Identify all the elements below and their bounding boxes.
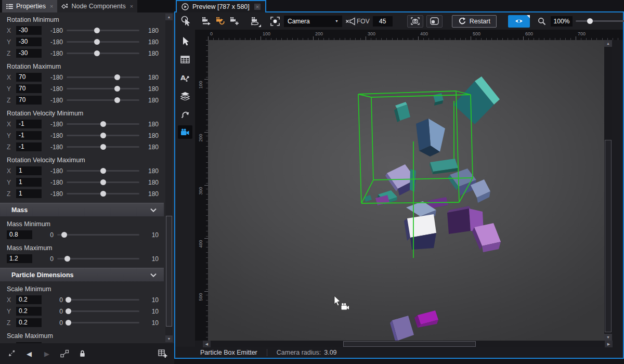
slider-track[interactable] bbox=[67, 170, 139, 172]
slider-thumb[interactable] bbox=[64, 256, 70, 262]
camera-tool-button[interactable] bbox=[178, 125, 192, 139]
value-input[interactable]: -30 bbox=[16, 49, 42, 58]
slider-thumb[interactable] bbox=[66, 308, 71, 314]
forward-button[interactable]: ▶ bbox=[42, 348, 52, 359]
scrollbar-thumb[interactable] bbox=[166, 216, 172, 327]
slider-thumb[interactable] bbox=[100, 121, 106, 127]
slider-track[interactable] bbox=[67, 30, 139, 31]
viewport-vertical-scrollbar[interactable]: ▲ ▼ bbox=[604, 40, 612, 341]
restart-button[interactable]: Restart bbox=[452, 15, 497, 28]
focus-camera-button[interactable] bbox=[268, 15, 282, 28]
value-input[interactable]: 0.2 bbox=[16, 318, 42, 327]
slider-track[interactable] bbox=[67, 322, 139, 323]
value-input[interactable]: 0.2 bbox=[16, 307, 42, 316]
slider-track[interactable] bbox=[67, 123, 139, 125]
slider-track[interactable] bbox=[67, 193, 139, 194]
value-input[interactable]: 70 bbox=[16, 84, 42, 93]
value-input[interactable]: 1.2 bbox=[7, 254, 32, 263]
camera-turntable-button[interactable] bbox=[248, 15, 262, 28]
lock-button[interactable] bbox=[77, 348, 87, 359]
visibility-button[interactable] bbox=[508, 15, 530, 28]
slider-track[interactable] bbox=[67, 135, 139, 136]
slider-thumb[interactable] bbox=[100, 191, 106, 197]
zoom-slider-thumb[interactable] bbox=[587, 18, 593, 24]
close-icon[interactable]: × bbox=[50, 3, 53, 9]
value-input[interactable]: -1 bbox=[16, 120, 42, 128]
fit-selection-button[interactable] bbox=[6, 348, 17, 359]
grid-tool-button[interactable] bbox=[178, 53, 192, 66]
slider-track[interactable] bbox=[67, 146, 139, 148]
fov-input[interactable]: 45 bbox=[373, 16, 393, 27]
slider-track[interactable] bbox=[67, 310, 139, 312]
render-overlay-button[interactable] bbox=[426, 15, 443, 28]
slider-track[interactable] bbox=[67, 41, 139, 43]
slider-track[interactable] bbox=[67, 53, 139, 54]
scroll-left-icon[interactable]: ◀ bbox=[203, 341, 211, 347]
value-input[interactable]: -30 bbox=[16, 26, 42, 35]
slider-track[interactable] bbox=[67, 76, 139, 78]
slider-thumb[interactable] bbox=[100, 168, 106, 174]
back-button[interactable]: ◀ bbox=[24, 348, 34, 359]
zoom-tool-button[interactable] bbox=[536, 15, 548, 28]
value-input[interactable]: 70 bbox=[16, 96, 42, 105]
path-tool-button[interactable] bbox=[178, 107, 192, 121]
slider-thumb[interactable] bbox=[114, 97, 120, 103]
close-icon[interactable]: × bbox=[254, 4, 261, 10]
slider-thumb[interactable] bbox=[100, 179, 106, 185]
scroll-down-icon[interactable]: ▼ bbox=[604, 334, 612, 341]
slider-thumb[interactable] bbox=[94, 39, 100, 45]
add-property-button[interactable] bbox=[158, 348, 168, 359]
camera-add-button[interactable] bbox=[227, 15, 241, 28]
slider-track[interactable] bbox=[57, 234, 139, 236]
screenshot-button[interactable] bbox=[407, 15, 423, 28]
value-input[interactable]: 0.8 bbox=[7, 230, 32, 239]
value-input[interactable]: 0.2 bbox=[16, 295, 42, 304]
slider-thumb[interactable] bbox=[114, 74, 120, 80]
viewport-horizontal-scrollbar[interactable]: ◀ ▶ bbox=[203, 341, 613, 347]
text-tool-button[interactable]: A bbox=[178, 71, 192, 84]
slider-thumb[interactable] bbox=[66, 297, 71, 303]
3d-viewport[interactable] bbox=[208, 40, 604, 341]
properties-scrollbar[interactable]: ▲ ▼ bbox=[165, 14, 173, 342]
value-input[interactable]: 1 bbox=[16, 166, 42, 175]
scroll-up-icon[interactable]: ▲ bbox=[165, 14, 173, 20]
slider-track[interactable] bbox=[67, 299, 139, 301]
slider-thumb[interactable] bbox=[94, 50, 100, 56]
section-header[interactable]: Mass bbox=[0, 203, 164, 217]
value-input[interactable]: -30 bbox=[16, 37, 42, 46]
value-input[interactable]: 1 bbox=[16, 178, 42, 187]
slider-thumb[interactable] bbox=[66, 320, 71, 326]
tab-preview[interactable]: Preview [787 x 580] × bbox=[176, 0, 266, 12]
slider-track[interactable] bbox=[67, 99, 139, 101]
camera-walk-button[interactable] bbox=[199, 15, 213, 28]
slider-thumb[interactable] bbox=[94, 28, 100, 33]
slider-track[interactable] bbox=[67, 88, 139, 89]
scroll-down-icon[interactable]: ▼ bbox=[165, 335, 173, 342]
audio-mute-button[interactable] bbox=[344, 15, 356, 28]
select-tool-button[interactable] bbox=[178, 34, 192, 48]
scrollbar-thumb[interactable] bbox=[605, 140, 612, 332]
zoom-slider[interactable] bbox=[576, 20, 624, 22]
tab-properties[interactable]: Properties × bbox=[2, 0, 57, 12]
camera-orbit-button[interactable] bbox=[213, 15, 227, 28]
value-input[interactable]: -1 bbox=[16, 131, 42, 140]
scroll-right-icon[interactable]: ▶ bbox=[605, 341, 613, 347]
tab-node-components[interactable]: Node Components × bbox=[57, 0, 137, 12]
value-input[interactable]: -1 bbox=[16, 142, 42, 151]
pick-tool-button[interactable] bbox=[179, 15, 193, 28]
camera-select[interactable]: Camera ▼ bbox=[284, 16, 342, 27]
slider-track[interactable] bbox=[57, 258, 139, 259]
slider-thumb[interactable] bbox=[100, 144, 106, 150]
value-input[interactable]: 70 bbox=[16, 73, 42, 82]
scroll-up-icon[interactable]: ▲ bbox=[604, 40, 612, 47]
section-header[interactable]: Particle Dimensions bbox=[0, 268, 164, 282]
slider-thumb[interactable] bbox=[114, 86, 120, 92]
zoom-value[interactable]: 100% bbox=[551, 16, 573, 27]
slider-thumb[interactable] bbox=[100, 133, 106, 138]
close-icon[interactable]: × bbox=[130, 3, 133, 9]
layers-tool-button[interactable] bbox=[178, 89, 192, 102]
scrollbar-thumb[interactable] bbox=[343, 341, 476, 347]
select-node-button[interactable] bbox=[59, 348, 70, 359]
slider-thumb[interactable] bbox=[61, 232, 67, 238]
slider-track[interactable] bbox=[67, 181, 139, 183]
